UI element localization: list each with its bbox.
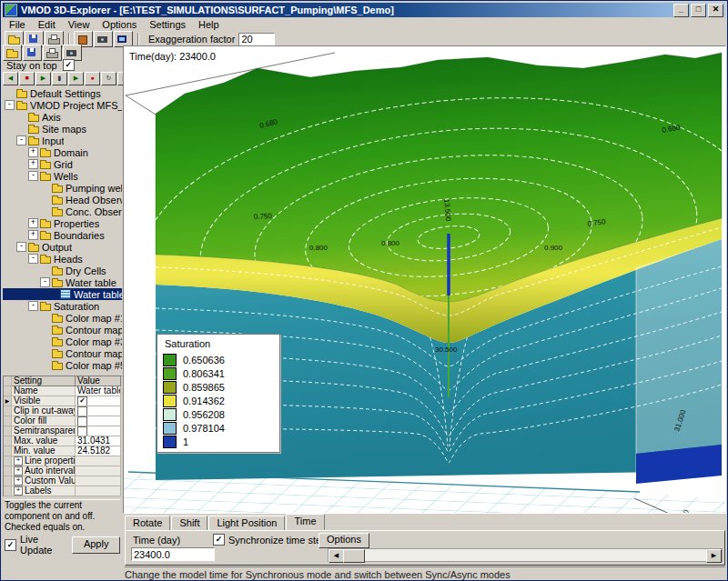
project-panel: Stay on top ✓ ◀ ■ ▶ ▮ ▶ ● ↻ ▣ Default Se…	[3, 45, 122, 564]
tree-item-site-maps[interactable]: Site maps	[3, 123, 122, 135]
record-button[interactable]: ●	[85, 72, 100, 85]
menu-options[interactable]: Options	[96, 18, 143, 31]
tree-item-properties[interactable]: +Properties	[3, 217, 122, 229]
exaggeration-input[interactable]	[238, 33, 275, 46]
setting-row-clip[interactable]: Clip in cut-away	[4, 406, 122, 416]
setting-row-max-value[interactable]: Max. value31.0431	[4, 436, 122, 446]
tree-expander-icon[interactable]: +	[28, 218, 38, 228]
tab-rotate[interactable]: Rotate	[125, 516, 170, 530]
group-expander-icon[interactable]: +	[14, 466, 23, 476]
tree-item-pumping-wells[interactable]: Pumping wells	[3, 182, 122, 194]
options-button[interactable]: Options	[318, 533, 369, 548]
tree-item-default-settings[interactable]: Default Settings	[3, 87, 122, 99]
setting-group-line-properties[interactable]: +Line properties	[4, 456, 122, 466]
tree-item-boundaries[interactable]: +Boundaries	[3, 229, 122, 241]
menu-help[interactable]: Help	[192, 18, 226, 31]
toolbar-separator	[137, 33, 139, 45]
tree-expander-icon[interactable]: +	[28, 159, 38, 169]
step-forward-button[interactable]: ▶	[68, 72, 84, 85]
tree-item-saturation[interactable]: -Saturation	[3, 300, 122, 312]
synchronize-checkbox[interactable]: ✓	[213, 534, 225, 546]
time-input[interactable]	[131, 547, 215, 561]
open-project-button[interactable]	[3, 45, 22, 61]
stop-button[interactable]: ■	[19, 72, 35, 85]
setting-row-name[interactable]: NameWater table	[4, 386, 122, 396]
setting-row-visible[interactable]: ▶Visible✓	[4, 396, 122, 406]
step-back-button[interactable]: ◀	[3, 72, 18, 85]
semitransparent-checkbox[interactable]	[77, 426, 87, 436]
tree-item-axis[interactable]: Axis	[3, 111, 122, 123]
apply-button[interactable]: Apply	[72, 536, 120, 554]
color-fill-checkbox[interactable]	[77, 416, 87, 426]
tree-expander-icon[interactable]: -	[40, 277, 50, 287]
tree-expander-icon[interactable]: -	[16, 242, 26, 252]
setting-group-labels[interactable]: +Labels	[4, 486, 122, 496]
tree-expander-icon[interactable]: -	[5, 100, 15, 110]
tree-item-conc-observations[interactable]: Conc. Observations	[3, 205, 122, 217]
group-expander-icon[interactable]: +	[14, 476, 23, 486]
tree-item-water-table-contour[interactable]: Water table co...	[3, 288, 122, 300]
tree-item-heads[interactable]: -Heads	[3, 253, 122, 265]
setting-group-custom-values[interactable]: +Custom Values	[4, 476, 122, 486]
tree-expander-icon[interactable]: -	[28, 171, 38, 181]
maximize-button[interactable]: □	[691, 4, 706, 17]
tree-expander-icon[interactable]: -	[28, 254, 38, 264]
scrollbar-thumb[interactable]	[343, 549, 365, 563]
tree-item-water-table[interactable]: -Water table	[3, 276, 122, 288]
tree-item-head-observations[interactable]: Head Observations	[3, 194, 122, 205]
title-bar[interactable]: VMOD 3D-Explorer - [E:\TEST_SIMULATIONS\…	[3, 3, 725, 17]
setting-row-semitransparent[interactable]: Semitransparent	[4, 426, 122, 436]
time-scrollbar[interactable]: ◀ ▶	[328, 548, 723, 562]
tree-expander-icon[interactable]: -	[28, 301, 38, 311]
tree-item-input[interactable]: -Input	[3, 135, 122, 146]
stay-on-top-checkbox[interactable]: ✓	[63, 59, 75, 71]
tab-time[interactable]: Time	[286, 514, 324, 530]
play-button[interactable]: ▶	[35, 72, 51, 85]
save-project-button[interactable]	[23, 45, 42, 61]
folder-icon	[40, 231, 51, 239]
scroll-right-arrow-icon[interactable]: ▶	[706, 549, 722, 563]
tree-item-dry-cells[interactable]: Dry Cells	[3, 265, 122, 276]
setting-group-auto-intervals[interactable]: +Auto intervals	[4, 466, 122, 476]
tree-item-output[interactable]: -Output	[3, 241, 122, 253]
live-update-checkbox[interactable]: ✓	[5, 539, 16, 551]
capture-button[interactable]	[63, 45, 82, 61]
tree-item-contour-map-2[interactable]: Contour map #2	[3, 324, 122, 336]
setting-row-color-fill[interactable]: Color fill	[4, 416, 122, 426]
legend-swatch	[163, 381, 177, 394]
scroll-left-arrow-icon[interactable]: ◀	[329, 549, 344, 563]
tree-item-color-map-5[interactable]: Color map #5	[3, 359, 122, 371]
setting-row-min-value[interactable]: Min. value24.5182	[4, 446, 122, 456]
tree-item-contour-map-4[interactable]: Contour map #4	[3, 347, 122, 359]
tree-item-project[interactable]: -VMOD Project MFS_Demo	[3, 99, 122, 111]
close-button[interactable]: ✕	[708, 4, 723, 17]
loop-button[interactable]: ↻	[101, 72, 116, 85]
playback-toolbar: ◀ ■ ▶ ▮ ▶ ● ↻ ▣	[3, 72, 122, 85]
tree-expander-icon[interactable]: +	[28, 147, 38, 157]
group-expander-icon[interactable]: +	[14, 456, 23, 466]
folder-icon	[52, 266, 63, 275]
tree-item-grid[interactable]: +Grid	[3, 158, 122, 170]
tree-item-wells[interactable]: -Wells	[3, 170, 122, 182]
minimize-button[interactable]: _	[673, 4, 689, 17]
tree-expander-icon[interactable]: +	[28, 230, 38, 240]
tab-light-position[interactable]: Light Position	[208, 516, 285, 530]
folder-icon	[52, 195, 63, 204]
tree-item-domain[interactable]: +Domain	[3, 146, 122, 158]
open-folder-icon	[4, 45, 21, 60]
pause-button[interactable]: ▮	[52, 72, 67, 85]
visible-checkbox[interactable]: ✓	[77, 396, 87, 406]
folder-icon	[52, 207, 63, 215]
menu-view[interactable]: View	[62, 18, 96, 31]
tab-shift[interactable]: Shift	[171, 516, 207, 530]
clip-checkbox[interactable]	[77, 406, 87, 416]
menu-edit[interactable]: Edit	[32, 18, 62, 31]
legend-row: 0.650636	[163, 353, 279, 366]
menu-file[interactable]: File	[3, 18, 32, 31]
group-expander-icon[interactable]: +	[14, 486, 23, 496]
tree-expander-icon[interactable]: -	[16, 135, 26, 145]
tree-item-color-map-3[interactable]: Color map #3	[3, 336, 122, 347]
print-view-button[interactable]	[43, 45, 62, 61]
menu-settings[interactable]: Settings	[143, 18, 192, 31]
tree-item-color-map-1[interactable]: Color map #1	[3, 312, 122, 324]
